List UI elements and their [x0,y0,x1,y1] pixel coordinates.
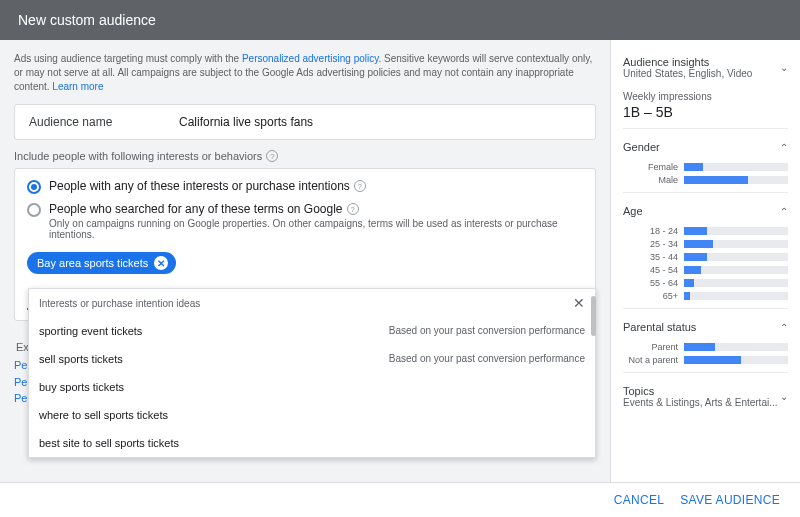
audience-name-label: Audience name [29,115,179,129]
radio-icon[interactable] [27,203,41,217]
learn-more-link[interactable]: Learn more [52,81,103,92]
radio-icon[interactable] [27,180,41,194]
modal-title: New custom audience [18,12,156,28]
chevron-up-icon[interactable]: ⌃ [780,322,788,333]
audience-name-row: Audience name [14,104,596,140]
policy-disclaimer: Ads using audience targeting must comply… [14,52,596,94]
chip-remove-icon[interactable]: ✕ [154,256,168,270]
suggestion-header: Interests or purchase intention ideas ✕ [29,289,595,317]
topics-section[interactable]: Topics Events & Listings, Arts & Enterta… [623,372,788,418]
suggestion-scrollbar[interactable] [591,296,596,336]
suggestion-item[interactable]: sell sports tickets Based on your past c… [29,345,595,373]
suggestion-item[interactable]: buy sports tickets [29,373,595,401]
help-icon[interactable]: ? [354,180,366,192]
radio-subtext: Only on campaigns running on Google prop… [49,218,583,240]
cancel-button[interactable]: CANCEL [614,493,664,507]
help-icon[interactable]: ? [347,203,359,215]
modal-header: New custom audience [0,0,800,40]
suggestion-item[interactable]: where to sell sports tickets [29,401,595,429]
bar-row: 65+ [623,291,788,301]
policy-link[interactable]: Personalized advertising policy [242,53,379,64]
insights-panel: Audience insights United States, English… [610,40,800,482]
chevron-down-icon[interactable]: ⌄ [780,391,788,402]
impressions-label: Weekly impressions [623,91,788,102]
close-icon[interactable]: ✕ [573,295,585,311]
suggestion-popover: Interests or purchase intention ideas ✕ … [28,288,596,458]
help-icon[interactable]: ? [266,150,278,162]
modal-body: Ads using audience targeting must comply… [0,40,800,482]
bar-row: 25 - 34 [623,239,788,249]
main-panel: Ads using audience targeting must comply… [0,40,610,482]
chevron-down-icon[interactable]: ⌄ [780,62,788,73]
chevron-up-icon[interactable]: ⌃ [780,206,788,217]
radio-searched[interactable]: People who searched for any of these ter… [27,202,583,240]
save-audience-button[interactable]: SAVE AUDIENCE [680,493,780,507]
interest-chip[interactable]: Bay area sports tickets ✕ [27,252,176,274]
gender-section: Gender ⌃ FemaleMale [623,128,788,192]
bar-row: 18 - 24 [623,226,788,236]
bar-row: Female [623,162,788,172]
suggestion-item[interactable]: sporting event tickets Based on your pas… [29,317,595,345]
include-section-label: Include people with following interests … [14,150,596,162]
radio-interests[interactable]: People with any of these interests or pu… [27,179,583,194]
bar-row: 55 - 64 [623,278,788,288]
insights-header[interactable]: Audience insights United States, English… [623,50,788,85]
parental-section: Parental status ⌃ ParentNot a parent [623,308,788,372]
age-section: Age ⌃ 18 - 2425 - 3435 - 4445 - 5455 - 6… [623,192,788,308]
audience-name-input[interactable] [179,115,581,129]
custom-audience-modal: New custom audience Ads using audience t… [0,0,800,517]
bar-row: Male [623,175,788,185]
bar-row: Parent [623,342,788,352]
chevron-up-icon[interactable]: ⌃ [780,142,788,153]
bar-row: Not a parent [623,355,788,365]
bar-row: 35 - 44 [623,252,788,262]
modal-footer: CANCEL SAVE AUDIENCE [0,482,800,517]
impressions-value: 1B – 5B [623,104,788,120]
bar-row: 45 - 54 [623,265,788,275]
suggestion-item[interactable]: best site to sell sports tickets [29,429,595,457]
